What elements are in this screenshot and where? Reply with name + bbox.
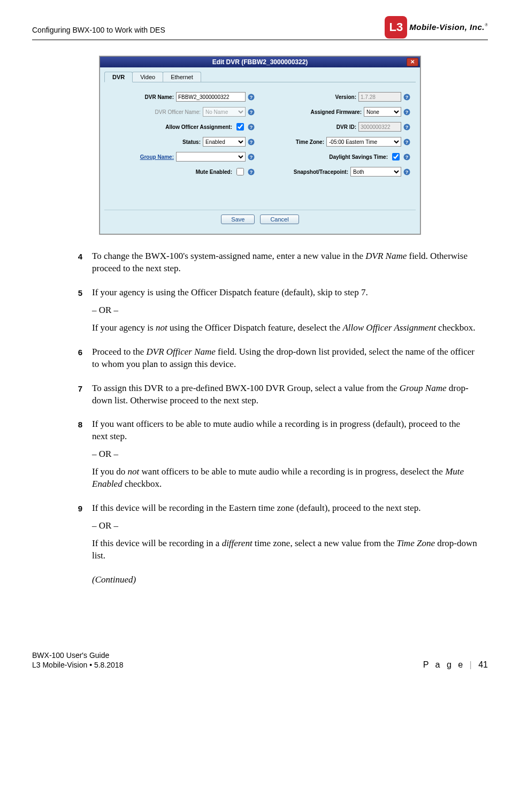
logo: L3 Mobile-Vision, Inc.®	[385, 16, 488, 39]
help-icon[interactable]: ?	[403, 139, 410, 145]
row-timezone: Time Zone: -05:00 Eastern Time ?	[265, 136, 410, 148]
help-icon[interactable]: ?	[403, 154, 410, 160]
save-button[interactable]: Save	[221, 215, 255, 224]
footer-date: 5.8.2018	[92, 661, 123, 669]
svg-text:?: ?	[406, 140, 409, 145]
version-input	[358, 92, 401, 102]
step-number: 9	[75, 502, 82, 586]
label-status: Status:	[182, 139, 201, 145]
allow-officer-checkbox[interactable]	[236, 123, 244, 131]
label-allow-officer: Allow Officer Assignment:	[165, 124, 232, 130]
tab-row: DVR Video Ethernet	[104, 72, 416, 82]
firmware-select[interactable]: None	[364, 107, 401, 117]
dst-checkbox[interactable]	[392, 153, 400, 160]
label-snapshot: Snapshot/Tracepoint:	[294, 169, 348, 175]
row-allow-officer: Allow Officer Assignment: ?	[110, 121, 255, 133]
help-icon[interactable]: ?	[403, 94, 410, 101]
group-name-select[interactable]	[176, 152, 246, 162]
label-timezone: Time Zone:	[296, 139, 324, 145]
help-icon[interactable]: ?	[403, 124, 410, 131]
label-dst: Daylight Savings Time:	[329, 154, 388, 160]
label-dvr-id: DVR ID:	[337, 124, 356, 130]
snapshot-select[interactable]: Both	[350, 167, 401, 177]
svg-text:?: ?	[250, 125, 253, 130]
step-6: 6 Proceed to the DVR Officer Name field.…	[75, 346, 477, 371]
svg-text:?: ?	[406, 95, 409, 100]
row-group-name: Group Name: ?	[110, 151, 255, 163]
step-7: 7 To assign this DVR to a pre-defined BW…	[75, 382, 477, 407]
page-label: P a g e	[423, 660, 465, 669]
dialog-title: Edit DVR (FBBW2_3000000322)	[212, 58, 308, 66]
logo-brand: Mobile-Vision, Inc.	[409, 22, 485, 32]
help-icon[interactable]: ?	[248, 94, 255, 101]
cancel-button[interactable]: Cancel	[260, 215, 299, 224]
step-number: 8	[75, 418, 82, 491]
label-firmware: Assigned Firmware:	[310, 109, 362, 115]
svg-text:?: ?	[250, 110, 253, 115]
footer-company: L3 Mobile-Vision	[32, 661, 89, 669]
help-icon[interactable]: ?	[403, 168, 410, 175]
svg-text:?: ?	[406, 110, 409, 115]
logo-mark: L3	[385, 16, 407, 39]
row-status: Status: Enabled ?	[110, 136, 255, 148]
separator-icon: |	[470, 660, 472, 669]
tab-dvr[interactable]: DVR	[104, 72, 133, 82]
timezone-select[interactable]: -05:00 Eastern Time	[326, 137, 401, 147]
svg-text:?: ?	[250, 155, 253, 160]
help-icon[interactable]: ?	[248, 154, 255, 160]
tab-video[interactable]: Video	[132, 72, 163, 82]
help-icon[interactable]: ?	[248, 124, 255, 131]
close-icon[interactable]: ✕	[407, 58, 418, 66]
header-title: Configuring BWX-100 to Work with DES	[32, 16, 165, 34]
row-mute: Mute Enabled: ?	[110, 166, 255, 178]
mute-checkbox[interactable]	[236, 168, 244, 175]
help-icon[interactable]: ?	[248, 168, 255, 175]
row-officer-name: DVR Officer Name: No Name ?	[110, 106, 255, 118]
help-icon[interactable]: ?	[248, 109, 255, 116]
step-9: 9 If this device will be recording in th…	[75, 502, 477, 586]
step-number: 4	[75, 250, 82, 275]
status-select[interactable]: Enabled	[203, 137, 246, 147]
svg-text:?: ?	[250, 95, 253, 100]
help-icon[interactable]: ?	[403, 109, 410, 116]
step-4: 4 To change the BWX-100's system-assigne…	[75, 250, 477, 275]
row-dvr-id: DVR ID: ?	[265, 121, 410, 133]
tab-ethernet[interactable]: Ethernet	[163, 72, 201, 82]
label-version: Version:	[335, 94, 356, 100]
edit-dvr-dialog: Edit DVR (FBBW2_3000000322) ✕ DVR Video …	[100, 56, 420, 234]
dialog-titlebar: Edit DVR (FBBW2_3000000322) ✕	[100, 57, 420, 67]
step-number: 7	[75, 382, 82, 407]
svg-text:?: ?	[250, 140, 253, 145]
step-number: 5	[75, 287, 82, 334]
officer-name-select[interactable]: No Name	[203, 107, 246, 117]
svg-text:?: ?	[250, 170, 253, 175]
row-snapshot: Snapshot/Tracepoint: Both ?	[265, 166, 410, 178]
svg-text:?: ?	[406, 170, 409, 175]
label-dvr-name: DVR Name:	[145, 94, 174, 100]
row-dst: Daylight Savings Time: ?	[265, 151, 410, 163]
label-mute: Mute Enabled:	[196, 169, 232, 175]
page-number: 41	[478, 660, 488, 669]
page-header: Configuring BWX-100 to Work with DES L3 …	[32, 16, 488, 40]
instruction-steps: 4 To change the BWX-100's system-assigne…	[32, 250, 488, 586]
step-8: 8 If you want officers to be able to mut…	[75, 418, 477, 491]
help-icon[interactable]: ?	[248, 139, 255, 145]
label-group-name[interactable]: Group Name:	[140, 154, 174, 160]
continued-note: (Continued)	[92, 574, 477, 586]
row-dvr-name: DVR Name: ?	[110, 91, 255, 103]
dvr-name-input[interactable]	[176, 92, 246, 102]
dvr-id-input	[358, 122, 401, 132]
label-officer-name: DVR Officer Name:	[155, 109, 201, 115]
registered-icon: ®	[485, 22, 488, 27]
row-version: Version: ?	[265, 91, 410, 103]
row-firmware: Assigned Firmware: None ?	[265, 106, 410, 118]
page-footer: BWX-100 User's Guide L3 Mobile-Vision • …	[32, 650, 488, 670]
svg-text:?: ?	[406, 155, 409, 160]
step-5: 5 If your agency is using the Officer Di…	[75, 287, 477, 334]
step-number: 6	[75, 346, 82, 371]
footer-guide-title: BWX-100 User's Guide	[32, 650, 123, 660]
svg-text:?: ?	[406, 125, 409, 130]
